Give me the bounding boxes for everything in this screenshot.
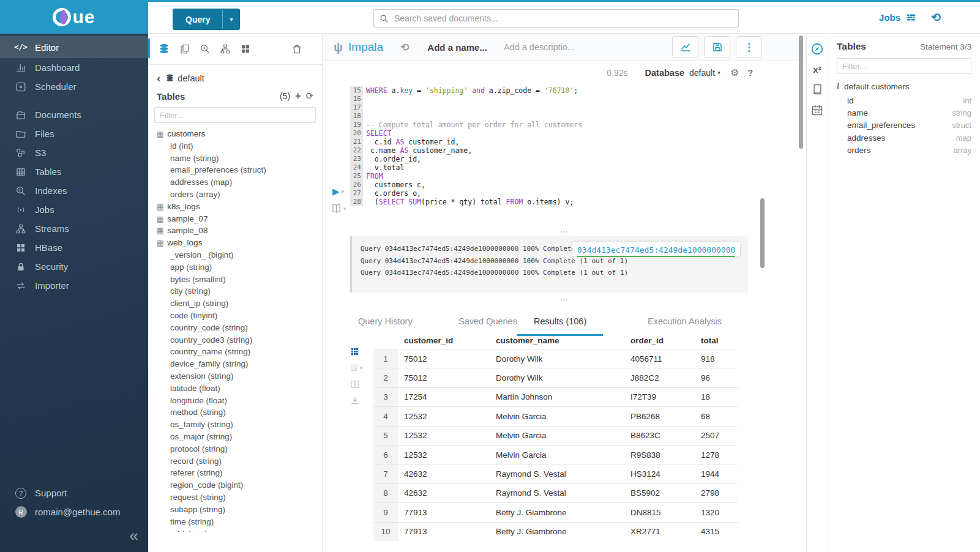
tree-item-column[interactable]: country_code (string): [157, 322, 322, 334]
tree-item-column[interactable]: code (tinyint): [157, 310, 322, 322]
sidebar-item-hbase[interactable]: HBase: [0, 238, 148, 257]
schedule-calendar-icon[interactable]: [807, 104, 828, 116]
table-row[interactable]: 842632Raymond S. VestalBS59022798: [373, 483, 738, 502]
engine-name[interactable]: Impala: [348, 40, 383, 54]
tree-item-column[interactable]: city (string): [157, 285, 322, 297]
tree-item-column[interactable]: extension (string): [157, 370, 322, 382]
sidebar-item-files[interactable]: Files: [0, 124, 148, 143]
tree-item-table[interactable]: ▦sample_08: [157, 225, 322, 237]
sidebar-item-documents[interactable]: Documents: [0, 105, 148, 124]
table-row[interactable]: 512532Melvin GarciaB8623C2507: [373, 426, 738, 445]
table-row[interactable]: 175012Dorothy Wilk4056711918: [373, 349, 738, 368]
database-caret-icon[interactable]: ▾: [717, 69, 720, 76]
query-dropdown-caret-icon[interactable]: ▾: [222, 10, 239, 29]
sidebar-item-tables[interactable]: Tables: [0, 162, 148, 181]
tree-item-column[interactable]: url (string): [157, 528, 322, 532]
tree-item-table[interactable]: ▦sample_07: [157, 213, 322, 225]
schema-column-row[interactable]: idint: [847, 94, 971, 106]
tree-item-column[interactable]: subapp (string): [157, 504, 322, 516]
columns-view-icon[interactable]: [350, 379, 362, 389]
schema-column-row[interactable]: ordersarray: [847, 144, 971, 156]
table-row[interactable]: 612532Melvin GarciaR9S8381278: [373, 445, 738, 464]
tree-item-column[interactable]: record (string): [157, 455, 322, 468]
search-zoom-tab-icon[interactable]: [200, 43, 211, 54]
sidebar-collapse-icon[interactable]: «: [130, 528, 138, 543]
page-scrollbar[interactable]: [799, 35, 803, 149]
tree-item-column[interactable]: latitude (float): [157, 382, 322, 395]
chart-button[interactable]: [672, 36, 698, 58]
add-table-icon[interactable]: +: [295, 91, 301, 102]
execute-button[interactable]: ▶▾: [332, 186, 344, 197]
tree-item-column[interactable]: name (string): [157, 152, 322, 165]
tree-item-column[interactable]: os_major (string): [157, 431, 322, 443]
search-input[interactable]: [393, 13, 738, 24]
tree-item-column[interactable]: protocol (string): [157, 443, 322, 455]
database-select[interactable]: default: [689, 68, 715, 78]
more-actions-button[interactable]: ⋮: [736, 36, 762, 58]
sidebar-item-scheduler[interactable]: Scheduler: [0, 77, 148, 96]
refresh-icon[interactable]: ⟳: [305, 91, 313, 102]
help-icon[interactable]: ?: [747, 68, 753, 78]
language-reference-icon[interactable]: [807, 83, 828, 95]
tree-item-table[interactable]: ▦customers: [157, 128, 322, 140]
table-row[interactable]: 412532Melvin GarciaPB626868: [373, 406, 738, 425]
tree-item-column[interactable]: email_preferences (struct): [157, 164, 322, 176]
database-tab-icon[interactable]: [158, 43, 170, 55]
tree-item-column[interactable]: region_code (bigint): [157, 479, 322, 491]
apps-tab-icon[interactable]: [240, 43, 251, 54]
query-description-field[interactable]: Add a descriptio...: [504, 42, 575, 52]
sql-code-editor[interactable]: 1516171819202122232425262728 WHERE a.key…: [323, 83, 806, 236]
tree-item-column[interactable]: country_code3 (string): [157, 334, 322, 346]
column-header[interactable]: total: [695, 336, 738, 345]
tree-item-column[interactable]: longitude (float): [157, 395, 322, 407]
schema-column-row[interactable]: email_preferencesstruct: [847, 119, 971, 132]
tree-item-column[interactable]: country_name (string): [157, 346, 322, 358]
tree-item-column[interactable]: client_ip (string): [157, 297, 322, 310]
new-query-button[interactable]: Query ▾: [173, 9, 240, 30]
table-row[interactable]: 742632Raymond S. VestalHS31241944: [373, 464, 738, 483]
tab-saved-queries[interactable]: Saved Queries: [458, 316, 517, 326]
jobs-link[interactable]: Jobs: [879, 12, 900, 23]
tree-item-column[interactable]: addresses (map): [157, 176, 322, 188]
schema-column-row[interactable]: addressesmap: [847, 132, 971, 144]
save-button[interactable]: [704, 36, 730, 58]
hue-logo[interactable]: ue: [0, 0, 148, 34]
resize-handle[interactable]: ⋯: [323, 297, 806, 305]
sidebar-item-s3[interactable]: S3: [0, 143, 148, 162]
download-icon[interactable]: [350, 396, 362, 406]
basket-icon[interactable]: [291, 43, 303, 55]
active-table-row[interactable]: i default.customers: [837, 81, 971, 91]
tab-query-history[interactable]: Query History: [358, 316, 413, 326]
tree-item-column[interactable]: method (string): [157, 406, 322, 419]
tree-item-column[interactable]: _version_ (bigint): [157, 249, 322, 261]
sidebar-item-security[interactable]: Security: [0, 257, 148, 276]
query-history-icon[interactable]: ⟲: [931, 12, 941, 23]
jobs-list-icon[interactable]: [906, 13, 916, 22]
table-row[interactable]: 275012Dorothy WilkJ882C296: [373, 368, 738, 387]
explorer-compass-icon[interactable]: [807, 42, 828, 56]
tree-item-column[interactable]: app (string): [157, 261, 322, 274]
tab-execution-analysis[interactable]: Execution Analysis: [648, 316, 722, 326]
sidebar-item-indexes[interactable]: Indexes: [0, 181, 148, 200]
chart-view-icon[interactable]: ▾: [350, 363, 362, 373]
table-row[interactable]: 317254Martin JohnsonI72T3918: [373, 387, 738, 406]
settings-gear-icon[interactable]: ⚙: [730, 67, 739, 78]
grid-view-icon[interactable]: [350, 347, 362, 356]
right-filter-input[interactable]: [837, 58, 971, 74]
column-header[interactable]: order_id: [624, 336, 695, 345]
tree-item-column[interactable]: id (int): [157, 140, 322, 152]
query-id-link[interactable]: 034d413ec7474ed5:4249de1000000000: [577, 245, 735, 257]
sidebar-item-support[interactable]: ? Support: [0, 483, 148, 502]
back-chevron-icon[interactable]: ‹: [157, 72, 160, 84]
tree-item-table[interactable]: ▦k8s_logs: [157, 201, 322, 213]
sidebar-item-dashboard[interactable]: Dashboard: [0, 58, 148, 77]
table-row[interactable]: 977913Betty J. GiambroneDN88151320: [373, 502, 738, 521]
documents-tab-icon[interactable]: [179, 43, 190, 54]
sidebar-item-importer[interactable]: Importer: [0, 276, 148, 295]
tree-item-column[interactable]: orders (array): [157, 188, 322, 201]
sidebar-item-editor[interactable]: </> Editor: [0, 36, 148, 58]
tree-item-column[interactable]: device_family (string): [157, 358, 322, 370]
tree-item-table[interactable]: ▦web_logs: [157, 237, 322, 249]
format-button[interactable]: ▾: [331, 203, 346, 214]
query-name-field[interactable]: Add a name...: [427, 42, 487, 53]
